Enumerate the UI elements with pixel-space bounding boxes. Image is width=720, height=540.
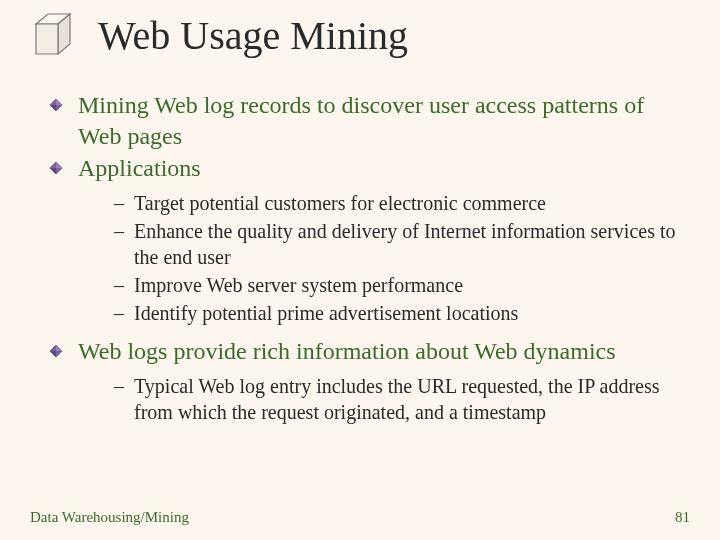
sub-text: Typical Web log entry includes the URL r… [134,373,676,425]
bullet-item: Mining Web log records to discover user … [50,90,686,151]
diamond-bullet-icon [50,162,62,174]
sub-list: – Typical Web log entry includes the URL… [50,373,686,425]
slide-footer: Data Warehousing/Mining 81 [30,509,690,526]
bullet-item: Applications [50,153,686,184]
sub-item: – Target potential customers for electro… [114,190,676,216]
dash-icon: – [114,190,124,216]
page-number: 81 [675,509,690,526]
slide-title: Web Usage Mining [98,16,408,56]
slide-content: Mining Web log records to discover user … [0,62,720,425]
svg-marker-4 [56,99,62,105]
svg-marker-5 [50,105,56,111]
sub-item: – Typical Web log entry includes the URL… [114,373,676,425]
cube-icon [28,10,80,62]
dash-icon: – [114,218,124,244]
sub-list: – Target potential customers for electro… [50,190,686,326]
bullet-text: Web logs provide rich information about … [78,336,616,367]
sub-text: Enhance the quality and delivery of Inte… [134,218,676,270]
bullet-text: Applications [78,153,201,184]
sub-item: – Identify potential prime advertisement… [114,300,676,326]
diamond-bullet-icon [50,99,62,111]
dash-icon: – [114,300,124,326]
sub-item: – Improve Web server system performance [114,272,676,298]
sub-text: Identify potential prime advertisement l… [134,300,518,326]
sub-text: Improve Web server system performance [134,272,463,298]
bullet-text: Mining Web log records to discover user … [78,90,686,151]
diamond-bullet-icon [50,345,62,357]
dash-icon: – [114,272,124,298]
bullet-item: Web logs provide rich information about … [50,336,686,367]
title-row: Web Usage Mining [0,0,720,62]
footer-left: Data Warehousing/Mining [30,509,189,526]
svg-marker-2 [36,24,58,54]
sub-text: Target potential customers for electroni… [134,190,546,216]
sub-item: – Enhance the quality and delivery of In… [114,218,676,270]
dash-icon: – [114,373,124,399]
